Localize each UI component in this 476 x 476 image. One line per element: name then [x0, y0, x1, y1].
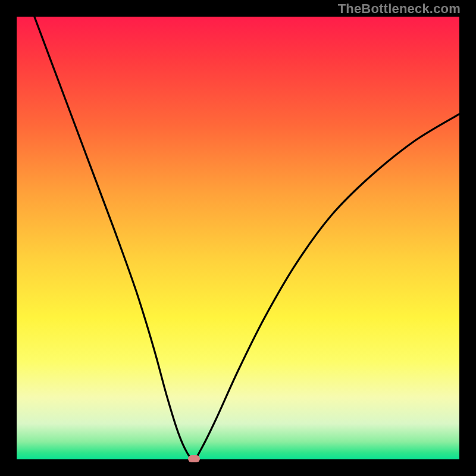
plot-area: [17, 17, 459, 459]
bottleneck-curve: [17, 17, 459, 459]
watermark-text: TheBottleneck.com: [338, 1, 461, 17]
curve-path: [35, 17, 459, 459]
optimal-point-marker: [188, 455, 200, 462]
chart-frame: TheBottleneck.com: [0, 0, 476, 476]
